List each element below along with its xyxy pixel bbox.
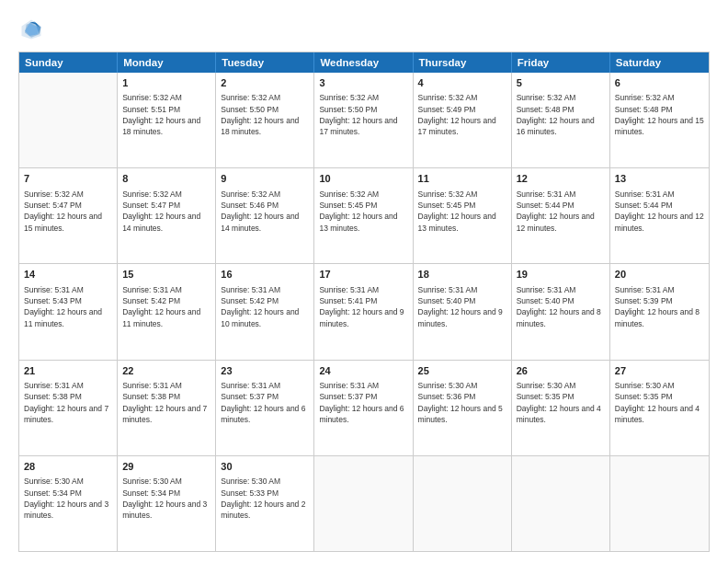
cell-info: Sunrise: 5:32 AM Sunset: 5:50 PM Dayligh…	[319, 92, 407, 137]
day-number: 4	[418, 76, 506, 90]
logo-icon	[18, 17, 44, 42]
calendar-cell	[414, 456, 512, 551]
cell-info: Sunrise: 5:31 AM Sunset: 5:38 PM Dayligh…	[24, 380, 112, 425]
cell-info: Sunrise: 5:31 AM Sunset: 5:44 PM Dayligh…	[517, 189, 605, 234]
day-number: 25	[418, 364, 506, 378]
header-day-monday: Monday	[118, 52, 216, 73]
header-day-tuesday: Tuesday	[216, 52, 314, 73]
calendar-cell: 3Sunrise: 5:32 AM Sunset: 5:50 PM Daylig…	[314, 73, 413, 167]
cell-info: Sunrise: 5:31 AM Sunset: 5:37 PM Dayligh…	[319, 380, 407, 425]
cell-info: Sunrise: 5:31 AM Sunset: 5:39 PM Dayligh…	[615, 284, 704, 329]
calendar-cell: 9Sunrise: 5:32 AM Sunset: 5:46 PM Daylig…	[216, 168, 314, 263]
day-number: 11	[418, 172, 506, 186]
day-number: 1	[122, 76, 210, 90]
day-number: 12	[517, 172, 605, 186]
cell-info: Sunrise: 5:30 AM Sunset: 5:35 PM Dayligh…	[615, 380, 704, 425]
day-number: 18	[418, 268, 506, 282]
cell-info: Sunrise: 5:31 AM Sunset: 5:40 PM Dayligh…	[517, 284, 605, 329]
calendar-row-3: 21Sunrise: 5:31 AM Sunset: 5:38 PM Dayli…	[19, 361, 709, 456]
day-number: 28	[24, 460, 112, 474]
calendar-row-0: 1Sunrise: 5:32 AM Sunset: 5:51 PM Daylig…	[19, 73, 709, 168]
day-number: 6	[615, 76, 704, 90]
calendar-cell: 1Sunrise: 5:32 AM Sunset: 5:51 PM Daylig…	[118, 73, 216, 167]
calendar-body: 1Sunrise: 5:32 AM Sunset: 5:51 PM Daylig…	[19, 73, 709, 551]
day-number: 20	[615, 268, 704, 282]
day-number: 10	[319, 172, 407, 186]
day-number: 29	[122, 460, 210, 474]
day-number: 5	[517, 76, 605, 90]
cell-info: Sunrise: 5:30 AM Sunset: 5:34 PM Dayligh…	[24, 476, 112, 521]
cell-info: Sunrise: 5:31 AM Sunset: 5:41 PM Dayligh…	[319, 284, 407, 329]
cell-info: Sunrise: 5:30 AM Sunset: 5:34 PM Dayligh…	[122, 476, 210, 521]
header	[18, 17, 710, 42]
day-number: 22	[122, 364, 210, 378]
calendar-cell: 25Sunrise: 5:30 AM Sunset: 5:36 PM Dayli…	[414, 361, 512, 455]
cell-info: Sunrise: 5:32 AM Sunset: 5:49 PM Dayligh…	[418, 92, 506, 137]
cell-info: Sunrise: 5:32 AM Sunset: 5:51 PM Dayligh…	[122, 92, 210, 137]
cell-info: Sunrise: 5:32 AM Sunset: 5:45 PM Dayligh…	[418, 189, 506, 234]
day-number: 19	[517, 268, 605, 282]
header-day-saturday: Saturday	[610, 52, 709, 73]
calendar-cell: 10Sunrise: 5:32 AM Sunset: 5:45 PM Dayli…	[314, 168, 413, 263]
calendar-cell: 22Sunrise: 5:31 AM Sunset: 5:38 PM Dayli…	[118, 361, 216, 455]
calendar-cell	[19, 73, 118, 167]
header-day-wednesday: Wednesday	[314, 52, 413, 73]
day-number: 13	[615, 172, 704, 186]
day-number: 27	[615, 364, 704, 378]
calendar-cell: 21Sunrise: 5:31 AM Sunset: 5:38 PM Dayli…	[19, 361, 118, 455]
calendar-cell: 19Sunrise: 5:31 AM Sunset: 5:40 PM Dayli…	[512, 264, 610, 359]
header-day-friday: Friday	[512, 52, 610, 73]
cell-info: Sunrise: 5:32 AM Sunset: 5:45 PM Dayligh…	[319, 189, 407, 234]
cell-info: Sunrise: 5:32 AM Sunset: 5:48 PM Dayligh…	[615, 92, 704, 137]
cell-info: Sunrise: 5:30 AM Sunset: 5:36 PM Dayligh…	[418, 380, 506, 425]
calendar-cell: 24Sunrise: 5:31 AM Sunset: 5:37 PM Dayli…	[314, 361, 413, 455]
day-number: 16	[221, 268, 309, 282]
cell-info: Sunrise: 5:31 AM Sunset: 5:43 PM Dayligh…	[24, 284, 112, 329]
calendar-cell: 29Sunrise: 5:30 AM Sunset: 5:34 PM Dayli…	[118, 456, 216, 551]
calendar-cell: 7Sunrise: 5:32 AM Sunset: 5:47 PM Daylig…	[19, 168, 118, 263]
calendar-cell: 13Sunrise: 5:31 AM Sunset: 5:44 PM Dayli…	[610, 168, 709, 263]
calendar-cell	[512, 456, 610, 551]
calendar-cell: 4Sunrise: 5:32 AM Sunset: 5:49 PM Daylig…	[414, 73, 512, 167]
cell-info: Sunrise: 5:32 AM Sunset: 5:48 PM Dayligh…	[517, 92, 605, 137]
day-number: 24	[319, 364, 407, 378]
cell-info: Sunrise: 5:31 AM Sunset: 5:38 PM Dayligh…	[122, 380, 210, 425]
calendar-cell: 12Sunrise: 5:31 AM Sunset: 5:44 PM Dayli…	[512, 168, 610, 263]
calendar-cell: 18Sunrise: 5:31 AM Sunset: 5:40 PM Dayli…	[414, 264, 512, 359]
cell-info: Sunrise: 5:31 AM Sunset: 5:44 PM Dayligh…	[615, 189, 704, 234]
calendar-cell: 20Sunrise: 5:31 AM Sunset: 5:39 PM Dayli…	[610, 264, 709, 359]
calendar-cell	[314, 456, 413, 551]
calendar-cell: 15Sunrise: 5:31 AM Sunset: 5:42 PM Dayli…	[118, 264, 216, 359]
day-number: 21	[24, 364, 112, 378]
day-number: 2	[221, 76, 309, 90]
calendar-row-2: 14Sunrise: 5:31 AM Sunset: 5:43 PM Dayli…	[19, 264, 709, 360]
header-day-thursday: Thursday	[414, 52, 512, 73]
day-number: 30	[221, 460, 309, 474]
cell-info: Sunrise: 5:32 AM Sunset: 5:47 PM Dayligh…	[122, 189, 210, 234]
calendar-cell: 23Sunrise: 5:31 AM Sunset: 5:37 PM Dayli…	[216, 361, 314, 455]
cell-info: Sunrise: 5:31 AM Sunset: 5:42 PM Dayligh…	[122, 284, 210, 329]
day-number: 9	[221, 172, 309, 186]
day-number: 7	[24, 172, 112, 186]
day-number: 15	[122, 268, 210, 282]
logo	[18, 17, 50, 42]
cell-info: Sunrise: 5:31 AM Sunset: 5:42 PM Dayligh…	[221, 284, 309, 329]
calendar-cell: 6Sunrise: 5:32 AM Sunset: 5:48 PM Daylig…	[610, 73, 709, 167]
day-number: 17	[319, 268, 407, 282]
page: SundayMondayTuesdayWednesdayThursdayFrid…	[0, 0, 728, 563]
calendar: SundayMondayTuesdayWednesdayThursdayFrid…	[18, 52, 710, 552]
calendar-cell: 26Sunrise: 5:30 AM Sunset: 5:35 PM Dayli…	[512, 361, 610, 455]
calendar-cell	[610, 456, 709, 551]
calendar-cell: 30Sunrise: 5:30 AM Sunset: 5:33 PM Dayli…	[216, 456, 314, 551]
day-number: 14	[24, 268, 112, 282]
calendar-row-1: 7Sunrise: 5:32 AM Sunset: 5:47 PM Daylig…	[19, 168, 709, 264]
day-number: 23	[221, 364, 309, 378]
calendar-cell: 8Sunrise: 5:32 AM Sunset: 5:47 PM Daylig…	[118, 168, 216, 263]
day-number: 3	[319, 76, 407, 90]
calendar-cell: 11Sunrise: 5:32 AM Sunset: 5:45 PM Dayli…	[414, 168, 512, 263]
cell-info: Sunrise: 5:30 AM Sunset: 5:35 PM Dayligh…	[517, 380, 605, 425]
cell-info: Sunrise: 5:32 AM Sunset: 5:50 PM Dayligh…	[221, 92, 309, 137]
calendar-row-4: 28Sunrise: 5:30 AM Sunset: 5:34 PM Dayli…	[19, 456, 709, 551]
calendar-cell: 14Sunrise: 5:31 AM Sunset: 5:43 PM Dayli…	[19, 264, 118, 359]
calendar-cell: 16Sunrise: 5:31 AM Sunset: 5:42 PM Dayli…	[216, 264, 314, 359]
